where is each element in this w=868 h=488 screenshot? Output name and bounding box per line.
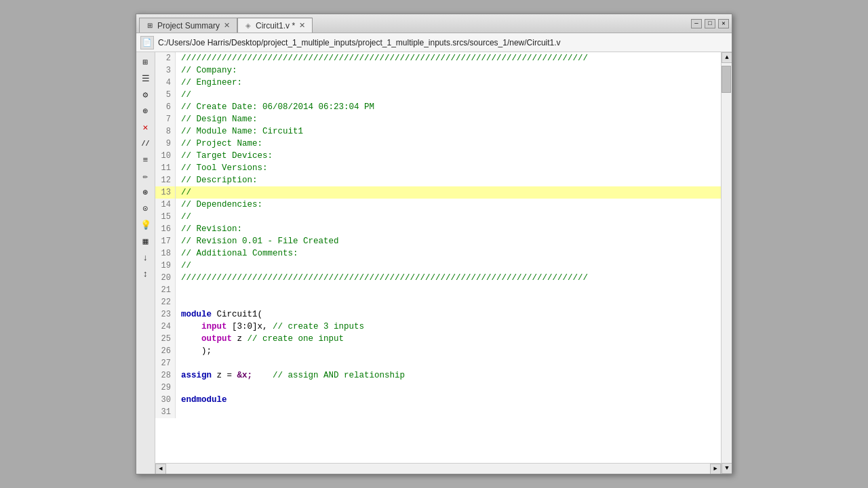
code-content: 2 //////////////////////////////////////… xyxy=(155,52,721,418)
close-button[interactable]: ✕ xyxy=(718,19,729,28)
table-row: 21 xyxy=(155,284,721,296)
tab-project-summary-label: Project Summary xyxy=(157,21,220,30)
tab-circuit1[interactable]: ◈ Circuit1.v * ✕ xyxy=(237,18,313,33)
table-row: 27 xyxy=(155,357,721,369)
table-row: 13 // xyxy=(155,186,721,199)
hint-button[interactable]: 💡 xyxy=(138,218,153,232)
path-bar: 📄 C:/Users/Joe Harris/Desktop/project_1_… xyxy=(136,33,732,52)
window-controls: ─ □ ✕ xyxy=(691,19,729,28)
project-summary-icon: ⊞ xyxy=(145,21,155,30)
horizontal-scrollbar[interactable]: ◄ ► xyxy=(155,463,721,474)
table-row: 3 // Company: xyxy=(155,64,721,77)
tab-bar: ⊞ Project Summary ✕ ◈ Circuit1.v * ✕ xyxy=(139,14,313,33)
scroll-thumb[interactable] xyxy=(722,66,731,93)
titlebar: ⊞ Project Summary ✕ ◈ Circuit1.v * ✕ ─ □… xyxy=(136,14,732,33)
table-row: 12 // Description: xyxy=(155,174,721,186)
scroll-track[interactable] xyxy=(166,464,710,474)
keyword-endmodule: endmodule xyxy=(181,395,227,405)
run-button[interactable]: ⊙ xyxy=(138,201,153,216)
scroll-down-button[interactable]: ▼ xyxy=(722,463,732,474)
keyword-input: input xyxy=(201,322,227,331)
table-row: 23 module Circuit1( xyxy=(155,308,721,321)
table-row: 22 xyxy=(155,296,721,308)
table-row: 18 // Additional Comments: xyxy=(155,247,721,260)
table-row: 8 // Module Name: Circuit1 xyxy=(155,125,721,138)
tab-circuit1-close[interactable]: ✕ xyxy=(298,21,307,30)
keyword-module: module xyxy=(181,310,212,319)
tab-project-summary[interactable]: ⊞ Project Summary ✕ xyxy=(139,18,237,33)
file-path: C:/Users/Joe Harris/Desktop/project_1_mu… xyxy=(158,38,728,47)
table-row: 26 ); xyxy=(155,345,721,357)
project-nav-button[interactable]: ⊞ xyxy=(138,55,153,70)
table-row: 9 // Project Name: xyxy=(155,138,721,150)
table-row: 31 xyxy=(155,406,721,418)
grid-button[interactable]: ▦ xyxy=(138,234,153,249)
expand-button[interactable]: ↕ xyxy=(138,266,153,281)
vertical-scrollbar[interactable]: ▲ ▼ xyxy=(721,52,732,474)
table-row: 17 // Revision 0.01 - File Created xyxy=(155,235,721,247)
code-editor[interactable]: 2 //////////////////////////////////////… xyxy=(155,52,721,463)
minimize-button[interactable]: ─ xyxy=(691,19,702,28)
scroll-right-button[interactable]: ► xyxy=(710,464,721,474)
edit-button[interactable]: ✏ xyxy=(138,169,153,184)
add-button[interactable]: ⊕ xyxy=(138,104,153,119)
table-row: 14 // Dependencies: xyxy=(155,199,721,211)
list-button[interactable]: ≡ xyxy=(138,152,153,167)
sources-button[interactable]: ☰ xyxy=(138,71,153,86)
table-row: 29 xyxy=(155,382,721,394)
table-row: 20 /////////////////////////////////////… xyxy=(155,272,721,284)
tab-project-summary-close[interactable]: ✕ xyxy=(222,21,231,30)
config-button[interactable]: ⊛ xyxy=(138,185,153,200)
operator-and: &x; xyxy=(237,371,253,380)
table-row: 28 assign z = &x; // assign AND relation… xyxy=(155,369,721,382)
table-row: 10 // Target Devices: xyxy=(155,150,721,162)
editor-wrapper: 2 //////////////////////////////////////… xyxy=(155,52,721,474)
table-row: 11 // Tool Versions: xyxy=(155,162,721,174)
maximize-button[interactable]: □ xyxy=(705,19,715,28)
table-row: 15 // xyxy=(155,211,721,223)
table-row: 6 // Create Date: 06/08/2014 06:23:04 PM xyxy=(155,101,721,113)
keyword-assign: assign xyxy=(181,371,212,380)
keyword-output: output xyxy=(201,334,232,344)
table-row: 24 input [3:0]x, // create 3 inputs xyxy=(155,321,721,333)
scroll-up-button[interactable]: ▲ xyxy=(722,52,732,63)
table-row: 7 // Design Name: xyxy=(155,113,721,125)
circuit1-tab-icon: ◈ xyxy=(243,21,253,30)
scroll-left-button[interactable]: ◄ xyxy=(155,464,166,474)
table-row: 4 // Engineer: xyxy=(155,77,721,89)
table-row: 25 output z // create one input xyxy=(155,333,721,345)
down-button[interactable]: ↓ xyxy=(138,250,153,265)
left-toolbar: ⊞ ☰ ⚙ ⊕ ✕ // ≡ ✏ ⊛ ⊙ 💡 ▦ ↓ ↕ xyxy=(136,52,155,474)
settings-button[interactable]: ⚙ xyxy=(138,87,153,102)
table-row: 16 // Revision: xyxy=(155,223,721,235)
table-row: 5 // xyxy=(155,89,721,101)
scroll-track-vertical[interactable] xyxy=(722,63,732,463)
main-window: ⊞ Project Summary ✕ ◈ Circuit1.v * ✕ ─ □… xyxy=(136,14,732,474)
remove-button[interactable]: ✕ xyxy=(138,120,153,135)
path-icon: 📄 xyxy=(140,36,154,49)
main-area: ⊞ ☰ ⚙ ⊕ ✕ // ≡ ✏ ⊛ ⊙ 💡 ▦ ↓ ↕ 2 /////////… xyxy=(136,52,732,474)
table-row: 19 // xyxy=(155,260,721,272)
table-row: 30 endmodule xyxy=(155,394,721,406)
tab-circuit1-label: Circuit1.v * xyxy=(256,21,295,30)
comment-button[interactable]: // xyxy=(138,136,153,151)
table-row: 2 //////////////////////////////////////… xyxy=(155,52,721,64)
